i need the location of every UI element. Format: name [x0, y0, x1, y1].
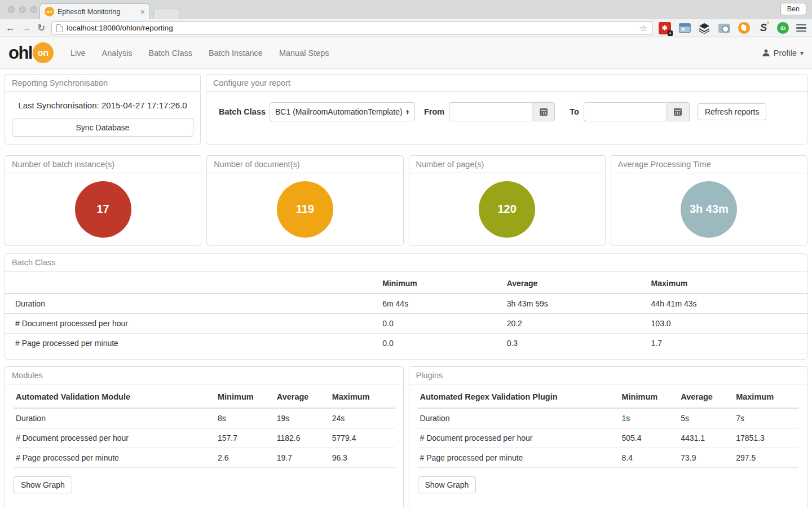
from-date-input[interactable] [449, 102, 532, 121]
table-row: # Page processed per minute8.4 73.9297.5 [418, 448, 799, 468]
stat-panel-avg-processing-time: Average Processing Time 3h 43m [611, 155, 807, 246]
table-row: # Page processed per minute2.6 19.796.3 [14, 448, 395, 468]
forward-icon[interactable]: → [21, 23, 31, 33]
green-id-extension-icon[interactable]: ID [777, 22, 789, 34]
nav-item-live[interactable]: Live [70, 49, 86, 58]
ohlon-logo[interactable]: ohl on [8, 42, 54, 63]
plugins-panel: Plugins Automated Regex Validation Plugi… [409, 366, 808, 508]
stat-title: Number of document(s) [207, 156, 403, 173]
sync-database-button[interactable]: Sync Database [12, 119, 193, 137]
automated-regex-validation-plugin-table: Automated Regex Validation Plugin Minimu… [418, 384, 799, 468]
col-minimum: Minimum [620, 384, 679, 408]
from-calendar-button[interactable] [532, 102, 555, 121]
module-name: Automated Validation Module [14, 384, 215, 408]
panel-title: Reporting Synchronisation [5, 75, 200, 92]
stat-title: Average Processing Time [611, 156, 807, 173]
bookmark-star-icon[interactable]: ☆ [639, 24, 647, 33]
chevron-down-icon: ▾ [800, 49, 804, 57]
show-graph-button[interactable]: Show Graph [418, 476, 476, 493]
to-label: To [570, 107, 579, 116]
stylish-s-extension-icon[interactable]: S [757, 22, 770, 34]
nav-item-batch-instance[interactable]: Batch Instance [209, 49, 263, 58]
from-label: From [424, 107, 444, 116]
batch-class-panel: Batch Class Minimum Average Maximum Dura… [5, 253, 807, 360]
address-bar[interactable]: localhost:18080/ohlon/reporting ☆ [51, 21, 652, 35]
reporting-sync-panel: Reporting Synchronisation Last Synchroni… [5, 74, 201, 144]
nav-item-batch-class[interactable]: Batch Class [149, 49, 192, 58]
stat-panel-batch-instances: Number of batch instance(s) 17 [5, 155, 201, 246]
stat-title: Number of batch instance(s) [5, 156, 201, 173]
modules-panel: Modules Automated Validation Module Mini… [5, 366, 404, 508]
table-row: # Page processed per minute 0.0 0.3 1.7 [5, 334, 807, 353]
stat-panel-documents: Number of document(s) 119 [206, 155, 403, 246]
panel-title: Batch Class [5, 254, 807, 271]
col-maximum: Maximum [330, 384, 395, 408]
layers-extension-icon[interactable] [698, 22, 710, 34]
batch-class-select[interactable]: BC1 (MailroomAutomationTemplate) ▲▼ [270, 102, 415, 121]
configure-report-panel: Configure your report Batch Class BC1 (M… [206, 74, 807, 144]
table-row: # Document processed per hour505.4 4431.… [418, 428, 799, 448]
batch-class-selected-value: BC1 (MailroomAutomationTemplate) [275, 107, 403, 116]
browser-toolbar: ← → ↻ localhost:18080/ohlon/reporting ☆ … [0, 19, 812, 37]
col-average: Average [678, 384, 734, 408]
col-maximum: Maximum [647, 271, 807, 294]
browser-tab[interactable]: on Ephesoft Monitoring × [39, 3, 150, 19]
lastpass-extension-icon[interactable]: ✱ 4 [659, 22, 671, 34]
stat-circle: 3h 43m [681, 181, 737, 238]
page-icon [56, 24, 63, 32]
back-icon[interactable]: ← [6, 23, 15, 33]
panel-title: Configure your report [206, 75, 807, 92]
camera-extension-icon[interactable] [718, 22, 730, 34]
reload-icon[interactable]: ↻ [37, 23, 45, 33]
nav-item-manual-steps[interactable]: Manual Steps [279, 49, 329, 58]
window-controls [8, 6, 37, 13]
col-minimum: Minimum [378, 271, 502, 294]
nav-item-analysis[interactable]: Analysis [102, 49, 133, 58]
logo-text: ohl [8, 43, 32, 63]
extension-badge: 4 [668, 30, 673, 36]
maximize-window-button[interactable] [30, 6, 37, 13]
stat-circle: 119 [277, 181, 333, 238]
to-date-input[interactable] [584, 102, 667, 121]
col-average: Average [275, 384, 330, 408]
page-content: Reporting Synchronisation Last Synchroni… [0, 69, 812, 508]
col-minimum: Minimum [215, 384, 275, 408]
automated-validation-module-table: Automated Validation Module Minimum Aver… [14, 384, 395, 468]
minimize-window-button[interactable] [19, 6, 26, 13]
table-row: # Document processed per hour157.7 1182.… [14, 428, 395, 448]
calendar-icon [540, 108, 548, 116]
main-nav: Live Analysis Batch Class Batch Instance… [70, 49, 329, 58]
calendar-icon [674, 108, 682, 116]
table-row: # Document processed per hour 0.0 20.2 1… [5, 314, 807, 334]
new-tab-button[interactable] [153, 8, 179, 19]
asterisk-glyph: ✱ [662, 24, 668, 32]
plugin-name: Automated Regex Validation Plugin [418, 384, 620, 408]
close-window-button[interactable] [8, 6, 15, 13]
browser-window: on Ephesoft Monitoring × Ben ← → ↻ local… [0, 0, 812, 508]
orange-shield-extension-icon[interactable] [738, 22, 750, 34]
tab-favicon-icon: on [45, 7, 54, 16]
stat-panel-pages: Number of page(s) 120 [409, 155, 606, 246]
stat-circle: 120 [479, 181, 535, 238]
person-icon [762, 49, 770, 57]
browser-menu-icon[interactable] [796, 24, 806, 32]
refresh-reports-button[interactable]: Refresh reports [698, 103, 766, 120]
tab-strip: on Ephesoft Monitoring × Ben [0, 0, 812, 19]
browser-profile-button[interactable]: Ben [780, 3, 806, 15]
show-graph-button[interactable]: Show Graph [14, 476, 72, 493]
last-sync-text: Last Synchronisation: 2015-04-27 17:17:2… [12, 98, 193, 111]
stat-circle: 17 [75, 181, 131, 238]
tab-close-icon[interactable]: × [140, 8, 145, 16]
session-window-extension-icon[interactable] [678, 22, 691, 34]
select-carets-icon: ▲▼ [406, 109, 409, 115]
profile-menu[interactable]: Profile ▾ [762, 49, 804, 58]
extensions-row: ✱ 4 S ID [659, 22, 806, 34]
url-text: localhost:18080/ohlon/reporting [67, 24, 173, 32]
batch-class-label: Batch Class [219, 107, 266, 116]
panel-title: Modules [5, 367, 403, 384]
stat-title: Number of page(s) [409, 156, 605, 173]
table-row: Duration 6m 44s 3h 43m 59s 44h 41m 43s [5, 294, 807, 314]
table-row: Duration1s 5s7s [418, 408, 799, 428]
to-calendar-button[interactable] [667, 102, 690, 121]
tab-title: Ephesoft Monitoring [58, 8, 137, 16]
